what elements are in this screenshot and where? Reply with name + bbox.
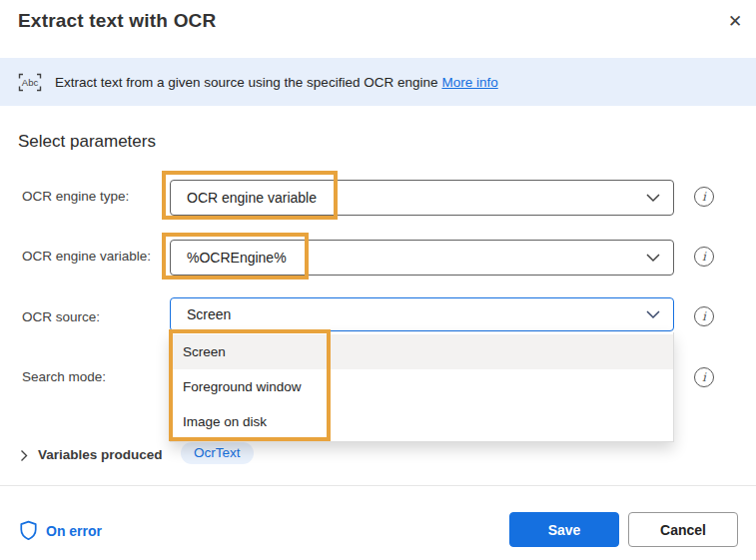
ocr-source-label: OCR source:: [22, 309, 100, 324]
info-banner: Abc Extract text from a given source usi…: [0, 58, 756, 106]
ocr-source-dropdown[interactable]: Screen: [170, 297, 674, 331]
footer-divider: [0, 485, 756, 486]
svg-text:Abc: Abc: [22, 77, 39, 88]
chevron-down-icon[interactable]: [646, 310, 660, 319]
dropdown-option-screen[interactable]: Screen: [171, 334, 673, 369]
search-mode-label: Search mode:: [22, 369, 106, 384]
banner-description: Extract text from a given source using t…: [55, 75, 498, 90]
save-button[interactable]: Save: [509, 512, 619, 547]
chevron-right-icon: [20, 449, 28, 462]
info-icon[interactable]: i: [694, 367, 714, 387]
info-icon[interactable]: i: [694, 247, 714, 267]
ocr-engine-variable-value: %OCREngine%: [187, 250, 287, 266]
ocr-source-options-popup: Screen Foreground window Image on disk: [170, 332, 674, 442]
ocr-engine-variable-label: OCR engine variable:: [22, 249, 151, 264]
dropdown-option-foreground-window[interactable]: Foreground window: [171, 369, 673, 404]
chevron-down-icon[interactable]: [646, 194, 660, 203]
on-error-button[interactable]: On error: [19, 520, 102, 541]
page-title: Extract text with OCR: [18, 10, 216, 32]
ocr-engine-type-label: OCR engine type:: [22, 189, 129, 204]
shield-icon: [19, 520, 38, 541]
ocrtext-variable-badge[interactable]: OcrText: [181, 442, 254, 464]
info-icon[interactable]: i: [694, 306, 714, 326]
ocr-engine-variable-dropdown[interactable]: %OCREngine%: [170, 240, 674, 276]
dropdown-option-image-on-disk[interactable]: Image on disk: [171, 404, 673, 439]
ocr-engine-type-value: OCR engine variable: [187, 190, 317, 206]
on-error-label: On error: [46, 523, 102, 539]
select-parameters-heading: Select parameters: [18, 132, 156, 152]
cancel-button[interactable]: Cancel: [628, 512, 738, 547]
ocr-source-value: Screen: [187, 306, 231, 322]
close-icon[interactable]: ✕: [721, 8, 749, 36]
variables-produced-label: Variables produced: [38, 447, 163, 462]
ocr-abc-icon: Abc: [18, 73, 42, 92]
more-info-link[interactable]: More info: [441, 75, 497, 90]
ocr-engine-type-dropdown[interactable]: OCR engine variable: [170, 180, 674, 216]
info-icon[interactable]: i: [694, 187, 714, 207]
extract-text-ocr-dialog: Extract text with OCR ✕ Abc Extract text…: [0, 0, 756, 560]
chevron-down-icon[interactable]: [646, 254, 660, 263]
